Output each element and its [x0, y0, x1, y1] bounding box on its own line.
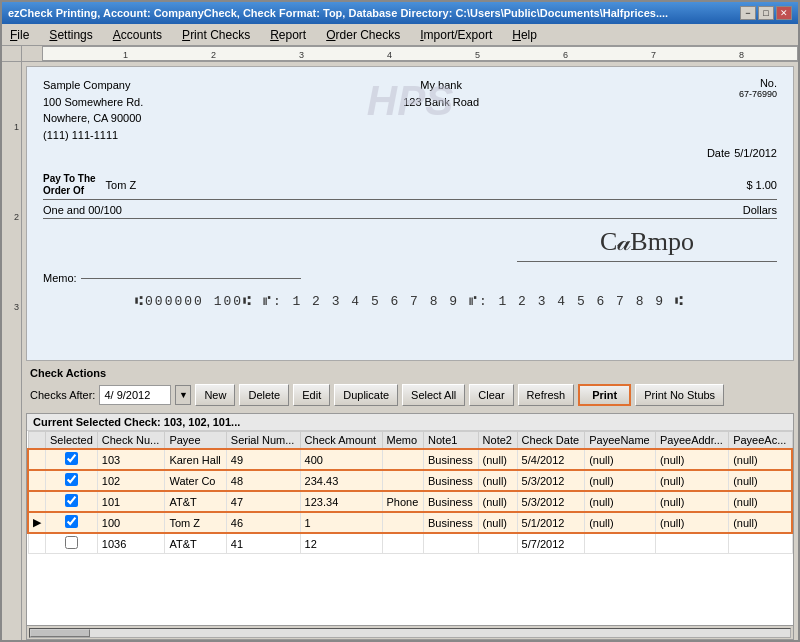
close-button[interactable]: ✕ — [776, 6, 792, 20]
bottom-section: Current Selected Check: 103, 102, 101...… — [26, 413, 794, 640]
row-memo — [382, 470, 424, 491]
col-memo[interactable]: Memo — [382, 432, 424, 450]
row-payee: AT&T — [165, 491, 226, 512]
table-row[interactable]: ▶ 100 Tom Z 46 1 Business (null) 5/1/201… — [28, 512, 792, 533]
col-date[interactable]: Check Date — [517, 432, 585, 450]
col-payee-ac[interactable]: PayeeAc... — [729, 432, 792, 450]
menu-print-checks[interactable]: Print Checks — [178, 26, 254, 44]
pay-to-line: Pay To The Order Of Tom Z $ 1.00 — [43, 173, 777, 200]
row-selected[interactable] — [46, 470, 98, 491]
minimize-button[interactable]: − — [740, 6, 756, 20]
row-note2: (null) — [478, 512, 517, 533]
ruler-inner: 1 2 3 4 5 6 7 8 — [42, 46, 798, 61]
row-selected[interactable] — [46, 533, 98, 554]
table-row[interactable]: 101 AT&T 47 123.34 Phone Business (null)… — [28, 491, 792, 512]
col-amount[interactable]: Check Amount — [300, 432, 382, 450]
col-payee[interactable]: Payee — [165, 432, 226, 450]
edit-button[interactable]: Edit — [293, 384, 330, 406]
row-indicator — [28, 491, 46, 512]
duplicate-button[interactable]: Duplicate — [334, 384, 398, 406]
col-selected[interactable]: Selected — [46, 432, 98, 450]
col-indicator — [28, 432, 46, 450]
maximize-button[interactable]: □ — [758, 6, 774, 20]
check-number-area: No. 67-76990 — [739, 77, 777, 143]
row-selected[interactable] — [46, 449, 98, 470]
no-label: No. — [739, 77, 777, 89]
table-row[interactable]: 1036 AT&T 41 12 5/7/2012 — [28, 533, 792, 554]
row-payee: AT&T — [165, 533, 226, 554]
col-serial[interactable]: Serial Num... — [226, 432, 300, 450]
table-wrapper[interactable]: Selected Check Nu... Payee Serial Num...… — [27, 431, 793, 625]
row-memo — [382, 533, 424, 554]
row-payee-ac: (null) — [729, 449, 792, 470]
row-amount: 234.43 — [300, 470, 382, 491]
row-note1: Business — [424, 512, 479, 533]
row-serial: 47 — [226, 491, 300, 512]
print-button[interactable]: Print — [578, 384, 631, 406]
row-indicator — [28, 470, 46, 491]
row-payee-name — [585, 533, 656, 554]
refresh-button[interactable]: Refresh — [518, 384, 575, 406]
row-payee-name: (null) — [585, 512, 656, 533]
col-check-num[interactable]: Check Nu... — [97, 432, 165, 450]
pay-amount: $ 1.00 — [746, 179, 777, 191]
col-note1[interactable]: Note1 — [424, 432, 479, 450]
checks-after-input[interactable] — [99, 385, 171, 405]
left-margin: 1 2 3 — [2, 62, 22, 642]
pay-to-section: Pay To The Order Of Tom Z $ 1.00 One and… — [43, 173, 777, 219]
hps-logo: HPS — [367, 77, 453, 125]
menu-settings[interactable]: Settings — [45, 26, 96, 44]
menu-import-export[interactable]: Import/Export — [416, 26, 496, 44]
print-no-stubs-button[interactable]: Print No Stubs — [635, 384, 724, 406]
col-payee-addr[interactable]: PayeeAddr... — [655, 432, 728, 450]
check-actions-label: Check Actions — [26, 365, 794, 381]
row-note1 — [424, 533, 479, 554]
menu-help[interactable]: Help — [508, 26, 541, 44]
row-note2 — [478, 533, 517, 554]
row-date: 5/7/2012 — [517, 533, 585, 554]
col-note2[interactable]: Note2 — [478, 432, 517, 450]
row-selected[interactable] — [46, 491, 98, 512]
dollars-label: Dollars — [743, 204, 777, 216]
table-row[interactable]: 102 Water Co 48 234.43 Business (null) 5… — [28, 470, 792, 491]
row-note2: (null) — [478, 470, 517, 491]
check-actions-section: Check Actions Checks After: ▼ New Delete… — [26, 365, 794, 409]
company-address1: 100 Somewhere Rd. — [43, 94, 143, 111]
horizontal-scrollbar[interactable] — [27, 625, 793, 639]
row-payee-ac — [729, 533, 792, 554]
date-label: Date — [707, 147, 730, 159]
row-payee-name: (null) — [585, 449, 656, 470]
row-payee-ac: (null) — [729, 470, 792, 491]
new-button[interactable]: New — [195, 384, 235, 406]
date-dropdown-btn[interactable]: ▼ — [175, 385, 191, 405]
row-memo: Phone — [382, 491, 424, 512]
row-selected[interactable] — [46, 512, 98, 533]
checks-after-label: Checks After: — [30, 389, 95, 401]
col-payee-name[interactable]: PayeeName — [585, 432, 656, 450]
micr-line: ⑆000000 100⑆ ⑈: 1 2 3 4 5 6 7 8 9 ⑈: 1 2… — [43, 294, 777, 309]
check-date-line: Date 5/1/2012 — [43, 147, 777, 159]
row-date: 5/3/2012 — [517, 491, 585, 512]
row-note2: (null) — [478, 449, 517, 470]
row-check-num: 102 — [97, 470, 165, 491]
signature-area: C𝒶Bm​​​​po — [43, 227, 777, 262]
title-bar-buttons: − □ ✕ — [740, 6, 792, 20]
row-check-num: 101 — [97, 491, 165, 512]
checks-table: Selected Check Nu... Payee Serial Num...… — [27, 431, 793, 554]
menu-report[interactable]: Report — [266, 26, 310, 44]
menu-file[interactable]: File — [6, 26, 33, 44]
company-info: Sample Company 100 Somewhere Rd. Nowhere… — [43, 77, 143, 143]
delete-button[interactable]: Delete — [239, 384, 289, 406]
row-payee-addr: (null) — [655, 470, 728, 491]
menu-order-checks[interactable]: Order Checks — [322, 26, 404, 44]
clear-button[interactable]: Clear — [469, 384, 513, 406]
menu-accounts[interactable]: Accounts — [109, 26, 166, 44]
select-all-button[interactable]: Select All — [402, 384, 465, 406]
memo-label: Memo: — [43, 272, 77, 284]
company-name: Sample Company — [43, 77, 143, 94]
row-amount: 123.34 — [300, 491, 382, 512]
row-indicator — [28, 449, 46, 470]
company-address2: Nowhere, CA 90000 — [43, 110, 143, 127]
table-row[interactable]: 103 Karen Hall 49 400 Business (null) 5/… — [28, 449, 792, 470]
row-note1: Business — [424, 491, 479, 512]
